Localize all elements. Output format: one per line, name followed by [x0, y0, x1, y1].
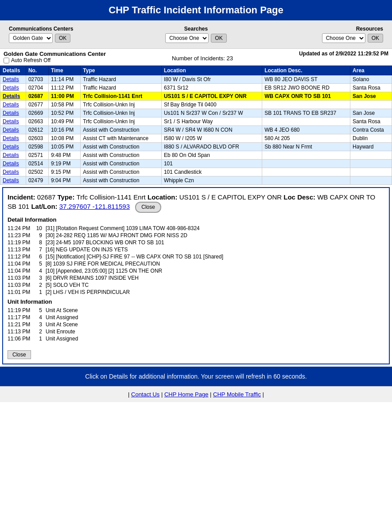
cell-details[interactable]: Details: [0, 151, 26, 160]
log-text: [10] [Appended, 23:05:00] [2] 1125 ON TH…: [46, 268, 162, 274]
cell-location: I880 S / ALVARADO BLVD OFR: [161, 143, 262, 151]
details-link[interactable]: Details: [3, 102, 19, 108]
log-entry: 11:12 PM6[15] [Notification] [CHP]-SJ FI…: [8, 253, 384, 260]
log-seq: 3: [35, 275, 42, 281]
details-link[interactable]: Details: [3, 144, 19, 150]
footer-info-text: Click on Details for additional informat…: [85, 373, 307, 380]
cell-loc-desc: EB SR12 JWO BOONE RD: [262, 84, 350, 92]
cell-details[interactable]: Details: [0, 75, 26, 84]
resources-select[interactable]: Choose One: [322, 33, 365, 43]
latlon-label: Lat/Lon:: [31, 203, 57, 210]
details-link[interactable]: Details: [3, 152, 19, 158]
cell-details[interactable]: Details: [0, 134, 26, 143]
detail-close-button[interactable]: Close: [135, 202, 161, 213]
resources-ok-button[interactable]: OK: [368, 34, 383, 43]
log-seq: 4: [35, 268, 42, 274]
incident-label: Incident:: [8, 193, 37, 201]
detail-info-title: Detail Information: [8, 216, 384, 223]
cell-no: 02514: [26, 160, 48, 168]
cell-location: Whipple Czn: [161, 176, 262, 185]
details-link[interactable]: Details: [3, 127, 19, 133]
col-area: Area: [350, 66, 392, 75]
unit-entry: 11:19 PM5Unit At Scene: [8, 307, 384, 314]
log-entry: 11:01 PM1[2] LHS / VEH IS PERPINDICULAR: [8, 289, 384, 296]
cell-no: 02612: [26, 126, 48, 134]
log-time: 11:13 PM: [8, 246, 32, 253]
incident-type: Trfc Collision-1141 Enrt: [77, 193, 146, 201]
close-bottom-button[interactable]: Close: [8, 350, 31, 359]
log-seq: 7: [35, 246, 42, 253]
unit-info-title: Unit Information: [8, 298, 384, 305]
details-link[interactable]: Details: [3, 118, 19, 125]
details-link[interactable]: Details: [3, 135, 19, 141]
detail-log: 11:24 PM10[31] [Rotation Request Comment…: [8, 225, 384, 296]
details-link[interactable]: Details: [3, 76, 19, 82]
cell-details[interactable]: Details: [0, 84, 26, 92]
comm-centers-ok-button[interactable]: OK: [55, 34, 70, 43]
info-bar: Golden Gate Communications Center Auto R…: [0, 49, 392, 66]
comm-centers-section: Communications Centers Golden Gate OK: [4, 24, 126, 45]
cell-details[interactable]: Details: [0, 176, 26, 185]
cell-no: 02598: [26, 143, 48, 151]
cell-time: 11:14 PM: [48, 75, 80, 84]
auto-refresh-row: Auto Refresh Off: [4, 57, 106, 63]
details-link[interactable]: Details: [3, 110, 19, 116]
cell-area: San Jose: [350, 109, 392, 117]
unit-seq: 3: [35, 321, 42, 328]
cell-details[interactable]: Details: [0, 143, 26, 151]
details-link[interactable]: Details: [3, 169, 19, 175]
unit-text: Unit Enroute: [46, 329, 75, 335]
cell-type: Trfc Collision-1141 Enrt: [81, 92, 162, 101]
cell-time: 10:58 PM: [48, 101, 80, 109]
cell-details[interactable]: Details: [0, 160, 26, 168]
table-header-row: Details No. Time Type Location Location …: [0, 66, 392, 75]
searches-ok-button[interactable]: OK: [211, 34, 226, 43]
cell-no: 02704: [26, 84, 48, 92]
cell-loc-desc: WB 4 JEO 680: [262, 126, 350, 134]
cell-area: [350, 101, 392, 109]
cell-details[interactable]: Details: [0, 109, 26, 117]
contact-us-link[interactable]: Contact Us: [131, 391, 159, 398]
type-label: Type:: [58, 193, 77, 201]
cell-details[interactable]: Details: [0, 126, 26, 134]
log-seq: 9: [35, 232, 42, 239]
cell-no: 02669: [26, 109, 48, 117]
cell-details[interactable]: Details: [0, 92, 26, 101]
table-row: Details025029:15 PMAssist with Construct…: [0, 168, 392, 176]
unit-seq: 5: [35, 307, 42, 313]
cell-loc-desc: [262, 151, 350, 160]
cell-loc-desc: [262, 176, 350, 185]
location-label: Location:: [147, 193, 179, 201]
cell-area: [350, 176, 392, 185]
unit-seq: 2: [35, 329, 42, 335]
unit-time: 11:06 PM: [8, 336, 32, 342]
log-time: 11:19 PM: [8, 239, 32, 246]
details-link[interactable]: Details: [3, 85, 19, 91]
incidents-table: Details No. Time Type Location Location …: [0, 66, 392, 185]
details-link[interactable]: Details: [3, 160, 19, 167]
col-no: No.: [26, 66, 48, 75]
cell-details[interactable]: Details: [0, 101, 26, 109]
log-seq: 1: [35, 289, 42, 295]
info-bar-left: Golden Gate Communications Center Auto R…: [4, 51, 106, 63]
details-link[interactable]: Details: [3, 177, 19, 184]
cell-no: 02479: [26, 176, 48, 185]
detail-panel: Incident: 02687 Type: Trfc Collision-114…: [2, 187, 390, 364]
log-entry: 11:04 PM5[8] 1039 SJ FIRE FOR MEDICAL PR…: [8, 260, 384, 267]
log-seq: 6: [35, 254, 42, 260]
details-link[interactable]: Details: [3, 93, 20, 99]
cell-location: 6371 Sr12: [161, 84, 262, 92]
cell-no: 02571: [26, 151, 48, 160]
latlon-link[interactable]: 37.297607 -121.811593: [59, 203, 130, 210]
chp-mobile-link[interactable]: CHP Mobile Traffic: [213, 391, 261, 398]
cell-details[interactable]: Details: [0, 117, 26, 126]
cell-loc-desc: [262, 101, 350, 109]
auto-refresh-checkbox[interactable]: [4, 58, 9, 63]
cell-location: Us101 N Sr237 W Con / Sr237 W: [161, 109, 262, 117]
chp-home-link[interactable]: CHP Home Page: [164, 391, 208, 398]
comm-centers-select[interactable]: Golden Gate: [9, 33, 53, 43]
cell-area: [350, 160, 392, 168]
searches-select[interactable]: Choose One: [165, 33, 209, 43]
cell-details[interactable]: Details: [0, 168, 26, 176]
table-row: Details025149:19 PMAssist with Construct…: [0, 160, 392, 168]
